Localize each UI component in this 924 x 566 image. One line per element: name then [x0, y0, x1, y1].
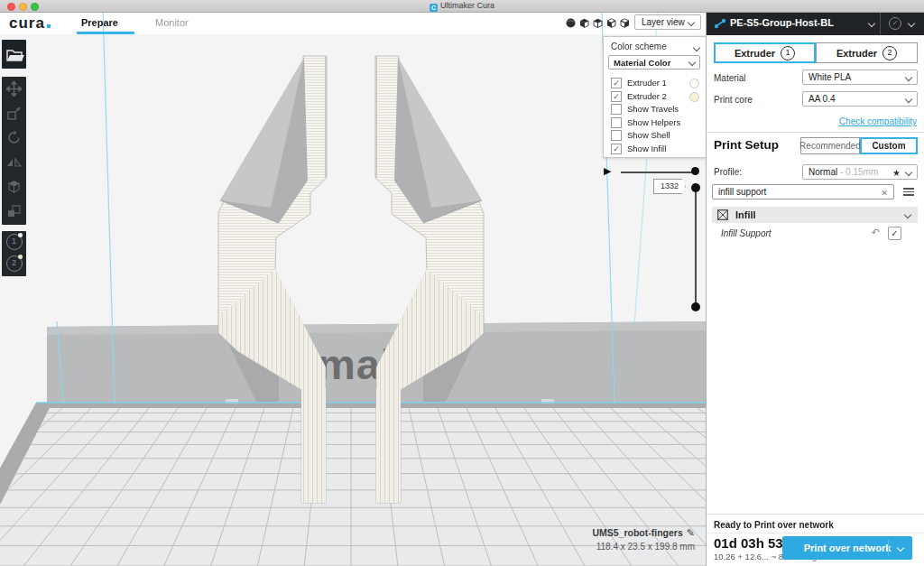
settings-panel: PE-S5-Group-Host-BL ✓ Extruder1 Extruder… — [706, 12, 924, 566]
status-dropdown-chevron-icon[interactable] — [908, 20, 915, 27]
extruder-select-panel: 1 2 — [2, 231, 26, 276]
simulation-play-button[interactable]: ▶ — [604, 165, 611, 177]
model-name: UMS5_robot-fingers — [592, 527, 682, 538]
mirror-tool-button[interactable] — [2, 150, 26, 174]
clear-search-icon[interactable]: ✕ — [881, 187, 888, 200]
cura-logo: cura — [9, 14, 51, 32]
tab-prepare-underline — [77, 32, 134, 34]
divider — [707, 533, 924, 534]
section-collapse-chevron-icon[interactable] — [904, 211, 911, 218]
reset-setting-icon[interactable]: ↶ — [872, 227, 880, 238]
extruder-1-material-dot — [18, 233, 23, 237]
option-show-helpers[interactable]: Show Helpers — [609, 116, 703, 129]
checkbox-extruder-1[interactable]: ✓ — [611, 78, 622, 88]
option-show-infill[interactable]: ✓ Show Infill — [609, 143, 703, 155]
settings-search-input[interactable]: infill support ✕ — [712, 184, 894, 199]
color-scheme-dropdown[interactable]: Material Color — [608, 55, 700, 70]
support-blocker-button[interactable] — [2, 199, 26, 223]
checkbox-show-infill[interactable]: ✓ — [611, 144, 622, 154]
tool-panel — [2, 77, 26, 225]
infill-category-icon — [717, 209, 728, 220]
per-model-settings-button[interactable] — [2, 174, 26, 199]
extruder-2-color-swatch — [689, 92, 699, 102]
view-front-icon[interactable] — [578, 17, 590, 29]
mode-custom-button[interactable]: Custom — [860, 137, 918, 154]
open-file-button[interactable] — [2, 40, 26, 69]
layer-number-badge: 1332 — [653, 179, 686, 194]
cura-app-icon: C — [430, 4, 438, 12]
rename-pencil-icon[interactable]: ✎ — [687, 527, 695, 538]
header-divider — [880, 12, 881, 35]
check-compatibility-link[interactable]: Check compatibility — [839, 116, 917, 126]
color-scheme-title: Color scheme — [611, 42, 667, 51]
printer-name: PE-S5-Group-Host-BL — [730, 17, 834, 28]
cura-logo-dot-icon — [47, 24, 51, 28]
option-show-shell[interactable]: Show Shell — [609, 129, 703, 142]
favorite-star-icon[interactable]: ★ — [892, 166, 901, 181]
print-core-dropdown[interactable]: AA 0.4 — [802, 91, 918, 107]
simulation-slider-handle[interactable] — [691, 167, 699, 175]
window-title: CUltimaker Cura — [0, 1, 924, 12]
infill-support-checkbox[interactable]: ✓ — [888, 227, 901, 240]
chevron-down-icon — [905, 169, 912, 176]
model-info: UMS5_robot-fingers✎ 118.4 x 23.5 x 199.8… — [541, 527, 695, 552]
checkbox-show-travels[interactable] — [611, 104, 622, 115]
chevron-down-icon — [905, 96, 912, 103]
extruder-1-color-swatch — [689, 79, 699, 88]
layer-slider-track[interactable] — [695, 186, 697, 308]
option-show-travels[interactable]: Show Travels — [609, 103, 703, 116]
profile-dropdown[interactable]: Normal - 0.15mm ★ — [802, 164, 918, 180]
extruder-2-material-dot — [18, 255, 23, 259]
section-infill[interactable]: Infill — [712, 207, 918, 223]
printer-selector[interactable]: PE-S5-Group-Host-BL ✓ — [707, 12, 924, 35]
tab-prepare[interactable]: Prepare — [81, 17, 118, 28]
chevron-down-icon — [688, 19, 695, 26]
print-core-label: Print core — [714, 95, 753, 105]
view-mode-dropdown[interactable]: Layer view — [634, 14, 701, 30]
option-extruder-2[interactable]: ✓ Extruder 2 — [609, 90, 703, 103]
model-dimensions: 118.4 x 23.5 x 199.8 mm — [541, 542, 695, 552]
view-left-icon[interactable] — [605, 17, 617, 29]
layer-slider-upper-handle[interactable] — [691, 183, 700, 192]
color-scheme-panel: Color scheme Material Color ✓ Extruder 1… — [603, 36, 707, 158]
connection-status-icon[interactable]: ✓ — [889, 17, 901, 30]
tab-extruder-1[interactable]: Extruder1 — [714, 42, 816, 63]
setting-infill-support[interactable]: Infill Support ↶ ✓ — [712, 227, 918, 241]
material-label: Material — [714, 73, 746, 83]
printer-dropdown-chevron-icon[interactable] — [868, 20, 875, 27]
move-tool-button[interactable] — [2, 77, 26, 101]
view-right-icon[interactable] — [619, 17, 631, 29]
macos-titlebar: CUltimaker Cura — [0, 0, 924, 13]
print-over-network-button[interactable]: Print over network — [782, 536, 912, 560]
viewport-3d-scene[interactable]: mak — [0, 0, 706, 566]
chevron-down-icon — [905, 74, 912, 81]
view-3d-icon[interactable] — [565, 17, 577, 29]
checkbox-show-shell[interactable] — [611, 130, 622, 141]
ready-status-text: Ready to Print over network — [714, 520, 834, 530]
divider — [707, 132, 924, 133]
layer-slider-lower-handle[interactable] — [691, 302, 700, 311]
material-dropdown[interactable]: White PLA — [802, 70, 918, 85]
view-top-icon[interactable] — [592, 17, 604, 29]
settings-menu-icon[interactable] — [903, 188, 914, 196]
scale-tool-button[interactable] — [2, 101, 26, 125]
simulation-slider-track[interactable] — [621, 172, 697, 173]
open-folder-icon — [2, 40, 26, 69]
tab-extruder-2[interactable]: Extruder2 — [816, 42, 918, 63]
rotate-tool-button[interactable] — [2, 125, 26, 150]
option-extruder-1[interactable]: ✓ Extruder 1 — [609, 77, 703, 89]
divider — [707, 514, 924, 515]
select-extruder-1-button[interactable]: 1 — [2, 231, 26, 253]
collapse-panel-chevron-icon[interactable] — [693, 44, 700, 51]
select-extruder-2-button[interactable]: 2 — [2, 253, 26, 274]
tab-monitor[interactable]: Monitor — [155, 17, 189, 28]
print-setup-title: Print Setup — [714, 138, 779, 152]
checkbox-extruder-2[interactable]: ✓ — [611, 91, 622, 102]
chevron-down-icon — [688, 59, 696, 66]
chevron-down-icon — [897, 544, 904, 552]
mode-recommended-button[interactable]: Recommended — [800, 137, 860, 154]
button-divider — [888, 540, 889, 556]
checkbox-show-helpers[interactable] — [611, 117, 622, 128]
profile-label: Profile: — [714, 167, 742, 177]
network-printer-icon — [714, 18, 726, 29]
